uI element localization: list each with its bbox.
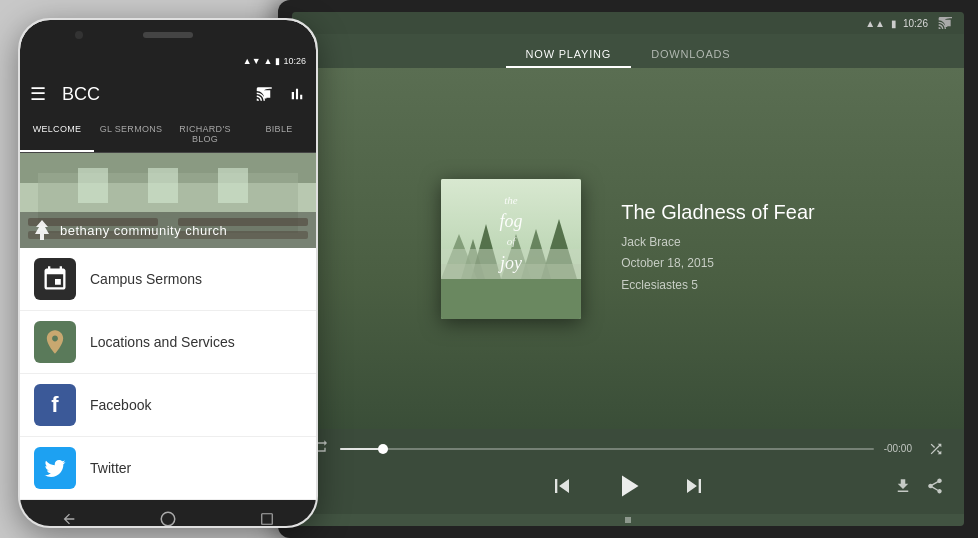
tablet-signal-icon: ▲▲ xyxy=(865,18,885,29)
battery-icon: ▮ xyxy=(275,56,280,66)
tab-now-playing[interactable]: NOW PLAYING xyxy=(506,42,632,68)
menu-item-twitter[interactable]: Twitter xyxy=(20,437,316,500)
album-art-bg: the fog of joy xyxy=(441,179,581,319)
tablet-controls: -00:00 xyxy=(292,429,964,514)
phone-camera xyxy=(75,31,83,39)
progress-bar-container: -00:00 xyxy=(312,439,944,458)
phone-bottom-bar xyxy=(20,500,316,528)
facebook-icon: f xyxy=(34,384,76,426)
track-info: The Gladness of Fear Jack Brace October … xyxy=(621,201,814,297)
locations-icon xyxy=(34,321,76,363)
phone-hero-overlay: bethany community church xyxy=(20,212,316,248)
sermons-label: Campus Sermons xyxy=(90,271,202,287)
share-icon[interactable] xyxy=(926,477,944,495)
home-dot xyxy=(625,517,631,523)
tablet-home-indicator xyxy=(292,514,964,526)
phone-nav-tabs: WELCOME GL SERMONS RICHARD'S BLOG BIBLE xyxy=(20,116,316,153)
church-name: bethany community church xyxy=(60,223,227,238)
svg-rect-21 xyxy=(441,279,581,319)
album-art-svg: the fog of joy xyxy=(441,179,581,319)
twitter-label: Twitter xyxy=(90,460,131,476)
svg-rect-3 xyxy=(78,168,108,203)
twitter-icon xyxy=(34,447,76,489)
facebook-label: Facebook xyxy=(90,397,151,413)
tablet-battery-icon: ▮ xyxy=(891,18,897,29)
tablet-status-bar: ▲▲ ▮ 10:26 xyxy=(292,12,964,34)
album-art: the fog of joy xyxy=(441,179,581,319)
track-scripture: Ecclesiastes 5 xyxy=(621,275,814,297)
svg-text:joy: joy xyxy=(498,253,522,273)
church-logo xyxy=(30,218,54,242)
toolbar-title: BCC xyxy=(62,84,256,105)
progress-thumb xyxy=(378,444,388,454)
menu-item-campus-sermons[interactable]: Campus Sermons xyxy=(20,248,316,311)
menu-item-locations[interactable]: Locations and Services xyxy=(20,311,316,374)
phone-hero: bethany community church xyxy=(20,153,316,248)
locations-label: Locations and Services xyxy=(90,334,235,350)
playback-controls xyxy=(544,468,712,504)
track-artist: Jack Brace xyxy=(621,232,814,254)
menu-icon[interactable]: ☰ xyxy=(30,83,46,105)
progress-track[interactable] xyxy=(340,448,874,450)
phone-device: ▲▼ ▲ ▮ 10:26 ☰ BCC WELCOME GL SERMONS RI… xyxy=(18,18,318,528)
progress-time: -00:00 xyxy=(884,443,912,454)
svg-text:fog: fog xyxy=(500,211,523,231)
progress-fill xyxy=(340,448,383,450)
home-button[interactable] xyxy=(158,509,178,528)
forward-button[interactable] xyxy=(676,468,712,504)
tablet-cast-icon[interactable] xyxy=(938,15,954,31)
track-title: The Gladness of Fear xyxy=(621,201,814,224)
svg-rect-5 xyxy=(218,168,248,203)
svg-text:the: the xyxy=(505,194,519,206)
phone-top-bar xyxy=(20,20,316,50)
tablet-tabs: NOW PLAYING DOWNLOADS xyxy=(292,34,964,68)
svg-rect-4 xyxy=(148,168,178,203)
tab-bible[interactable]: BIBLE xyxy=(242,116,316,152)
download-icon[interactable] xyxy=(894,477,912,495)
tab-downloads[interactable]: DOWNLOADS xyxy=(631,42,750,68)
tablet-content: the fog of joy The Gladness of Fear Jack… xyxy=(292,68,964,429)
svg-rect-11 xyxy=(261,514,272,525)
toolbar-icons xyxy=(256,85,306,103)
menu-item-facebook[interactable]: f Facebook xyxy=(20,374,316,437)
back-button[interactable] xyxy=(59,509,79,528)
wifi-icon: ▲ xyxy=(264,56,273,66)
tab-richards-blog[interactable]: RICHARD'S BLOG xyxy=(168,116,242,152)
svg-point-10 xyxy=(161,512,175,526)
tablet-device: ▲▲ ▮ 10:26 NOW PLAYING DOWNLOADS xyxy=(278,0,978,538)
rewind-button[interactable] xyxy=(544,468,580,504)
phone-speaker xyxy=(143,32,193,38)
phone-status-bar: ▲▼ ▲ ▮ 10:26 xyxy=(20,50,316,72)
track-date: October 18, 2015 xyxy=(621,253,814,275)
play-button[interactable] xyxy=(610,468,646,504)
phone-content: bethany community church Campus Sermons … xyxy=(20,153,316,500)
tablet-screen: ▲▲ ▮ 10:26 NOW PLAYING DOWNLOADS xyxy=(292,12,964,526)
phone-toolbar: ☰ BCC xyxy=(20,72,316,116)
tab-welcome[interactable]: WELCOME xyxy=(20,116,94,152)
phone-status-icons: ▲▼ ▲ ▮ 10:26 xyxy=(243,56,306,66)
shuffle-icon[interactable] xyxy=(928,441,944,457)
time-display: 10:26 xyxy=(283,56,306,66)
track-meta: Jack Brace October 18, 2015 Ecclesiastes… xyxy=(621,232,814,297)
tab-gl-sermons[interactable]: GL SERMONS xyxy=(94,116,168,152)
cast-icon[interactable] xyxy=(256,85,274,103)
tablet-time: 10:26 xyxy=(903,18,928,29)
playback-row xyxy=(312,468,944,504)
signal-icon: ▲▼ xyxy=(243,56,261,66)
stats-icon[interactable] xyxy=(288,85,306,103)
recents-button[interactable] xyxy=(257,509,277,528)
sermons-icon xyxy=(34,258,76,300)
